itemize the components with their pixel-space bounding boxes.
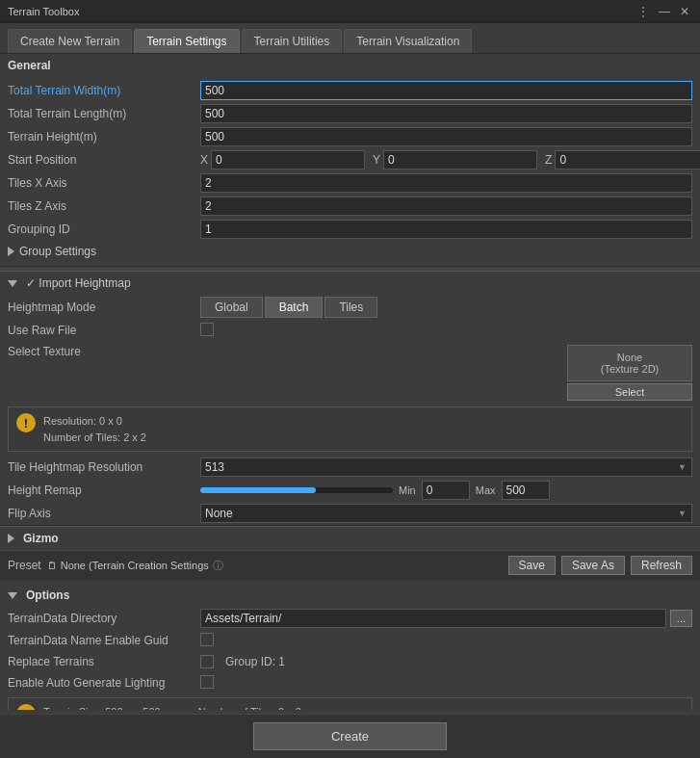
terrain-data-dir-row: TerrainData Directory ... — [0, 607, 700, 630]
preset-save-as-btn[interactable]: Save As — [561, 556, 625, 575]
tile-heightmap-res-label: Tile Heightmap Resolution — [8, 460, 200, 474]
import-heightmap-label: ✓ Import Heightmap — [26, 276, 131, 290]
preset-value: 🗒 None (Terrain Creation Settings ⓘ — [47, 559, 223, 573]
total-width-label: Total Terrain Width(m) — [8, 84, 200, 97]
options-label: Options — [26, 588, 69, 602]
select-texture-btn[interactable]: Select — [567, 383, 692, 401]
gizmo-section: Gizmo — [0, 526, 700, 550]
group-id-label: Group ID: 1 — [225, 655, 285, 668]
select-texture-label: Select Texture — [8, 345, 200, 358]
y-field: Y — [373, 150, 537, 170]
title-bar-controls: ⋮ — ✕ — [635, 6, 692, 17]
mode-batch-btn[interactable]: Batch — [265, 297, 324, 318]
import-heightmap-section: ✓ Import Heightmap Heightmap Mode Global… — [0, 271, 700, 526]
gizmo-chevron — [8, 534, 14, 543]
general-section: General Total Terrain Width(m) Total Ter… — [0, 54, 700, 267]
use-raw-file-checkbox[interactable] — [200, 323, 214, 336]
xyz-inputs: X Y Z — [200, 150, 700, 170]
bottom-warning-icon: ! — [16, 704, 36, 710]
terrain-height-input[interactable] — [200, 127, 692, 146]
heightmap-mode-row: Heightmap Mode Global Batch Tiles — [0, 295, 700, 320]
flip-axis-select[interactable]: None X Z — [200, 504, 692, 523]
group-settings-row[interactable]: Group Settings — [0, 241, 700, 262]
slider-track[interactable] — [200, 487, 393, 493]
terrain-data-name-guid-label: TerrainData Name Enable Guid — [8, 634, 200, 647]
tab-bar: Create New Terrain Terrain Settings Terr… — [0, 23, 700, 54]
mode-tiles-btn[interactable]: Tiles — [324, 297, 377, 318]
terrain-height-value — [200, 127, 692, 146]
mode-buttons: Global Batch Tiles — [200, 297, 692, 318]
num-tiles-text: Number of Tiles: 2 x 2 — [43, 431, 146, 443]
height-remap-max-input[interactable] — [502, 481, 550, 500]
preset-refresh-btn[interactable]: Refresh — [631, 556, 692, 575]
use-raw-file-value — [200, 323, 692, 339]
heightmap-chevron — [8, 280, 17, 287]
minimize-button[interactable]: — — [656, 6, 673, 17]
grouping-id-input[interactable] — [200, 220, 692, 239]
tiles-z-value — [200, 196, 692, 216]
start-position-label: Start Position — [8, 153, 200, 167]
preset-text: None (Terrain Creation Settings — [61, 560, 209, 571]
browse-btn[interactable]: ... — [670, 610, 692, 627]
preset-info-icon: ⓘ — [213, 559, 223, 573]
flip-axis-row: Flip Axis None X Z — [0, 502, 700, 525]
preset-label: Preset — [8, 559, 41, 572]
tiles-z-input[interactable] — [200, 196, 692, 216]
bottom-info-right: Number of Tiles: 2 x 2 Tile Size: 250 x … — [198, 704, 301, 710]
enable-auto-gen-lighting-checkbox[interactable] — [200, 675, 214, 689]
tile-heightmap-res-select[interactable]: 513 257 129 65 — [200, 457, 692, 477]
tiles-x-input[interactable] — [200, 173, 692, 193]
warning-icon: ! — [16, 413, 36, 432]
tab-utilities[interactable]: Terrain Utilities — [242, 29, 343, 53]
tab-visualization[interactable]: Terrain Visualization — [344, 29, 472, 53]
height-remap-row: Height Remap Min Max — [0, 479, 700, 502]
y-input[interactable] — [383, 150, 537, 170]
more-button[interactable]: ⋮ — [635, 6, 652, 17]
replace-terrains-row: Replace Terrains Group ID: 1 — [0, 651, 700, 672]
height-remap-slider: Min Max — [200, 481, 692, 500]
select-texture-row: Select Texture None(Texture 2D) Select — [0, 341, 700, 403]
options-header[interactable]: Options — [0, 584, 700, 607]
z-input[interactable] — [555, 150, 700, 170]
terrain-data-name-guid-checkbox[interactable] — [200, 633, 214, 646]
total-width-value — [200, 81, 692, 100]
x-input[interactable] — [211, 150, 365, 170]
preset-icon: 🗒 — [47, 561, 57, 571]
create-btn[interactable]: Create — [253, 722, 447, 750]
select-texture-value: None(Texture 2D) Select — [200, 345, 692, 401]
options-section: Options TerrainData Directory ... Terrai… — [0, 580, 700, 710]
terrain-height-row: Terrain Height(m) — [0, 125, 700, 148]
mode-global-btn[interactable]: Global — [200, 297, 263, 318]
total-width-input[interactable] — [200, 81, 692, 100]
enable-auto-gen-lighting-value — [200, 675, 692, 692]
heightmap-mode-value: Global Batch Tiles — [200, 297, 692, 318]
preset-save-btn[interactable]: Save — [508, 556, 556, 575]
gizmo-header[interactable]: Gizmo — [0, 527, 700, 550]
heightmap-info-box: ! Resolution: 0 x 0 Number of Tiles: 2 x… — [8, 406, 692, 452]
gizmo-label: Gizmo — [23, 532, 59, 545]
terrain-data-dir-label: TerrainData Directory — [8, 612, 200, 625]
height-remap-min-input[interactable] — [422, 481, 470, 500]
num-tiles-info-text: Number of Tiles: 2 x 2 — [198, 706, 301, 710]
bottom-info-content: Terrain Size: 500m x 500m Terrain Height… — [43, 704, 301, 710]
use-raw-file-row: Use Raw File — [0, 320, 700, 341]
tile-heightmap-res-row: Tile Heightmap Resolution 513 257 129 65 — [0, 456, 700, 479]
x-label: X — [200, 153, 208, 167]
slider-max-label: Max — [476, 484, 496, 496]
grouping-id-row: Grouping ID — [0, 218, 700, 241]
create-bar: Create — [0, 714, 700, 758]
preset-bar: Preset 🗒 None (Terrain Creation Settings… — [0, 550, 700, 580]
terrain-height-label: Terrain Height(m) — [8, 130, 200, 144]
enable-auto-gen-lighting-label: Enable Auto Generate Lighting — [8, 676, 200, 690]
import-heightmap-header[interactable]: ✓ Import Heightmap — [0, 272, 700, 295]
terrain-data-dir-input[interactable] — [200, 609, 666, 628]
tab-create[interactable]: Create New Terrain — [8, 29, 132, 53]
tab-settings[interactable]: Terrain Settings — [134, 29, 239, 53]
flip-axis-dropdown-wrapper: None X Z — [200, 504, 692, 523]
enable-auto-gen-lighting-row: Enable Auto Generate Lighting — [0, 672, 700, 693]
replace-terrains-checkbox[interactable] — [200, 655, 214, 668]
close-button[interactable]: ✕ — [677, 6, 692, 17]
total-length-input[interactable] — [200, 104, 692, 123]
replace-terrains-label: Replace Terrains — [8, 655, 200, 668]
tiles-x-row: Tiles X Axis — [0, 171, 700, 195]
